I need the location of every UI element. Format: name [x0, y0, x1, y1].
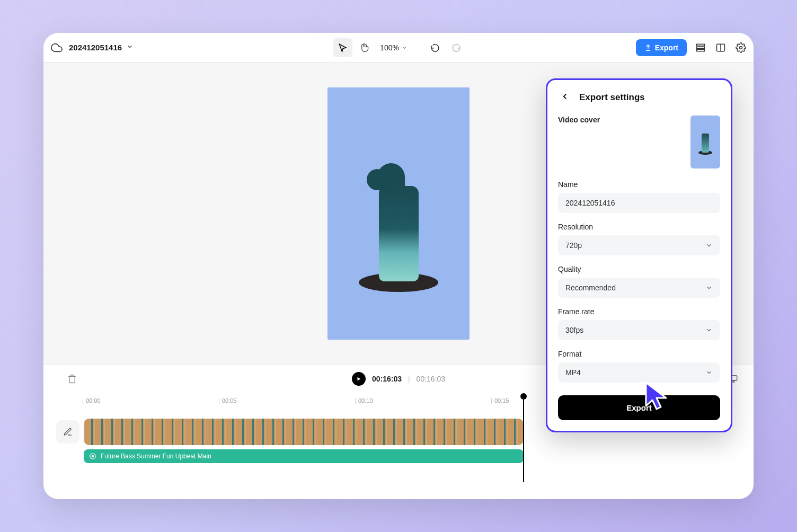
cloud-sync-icon[interactable] — [51, 42, 63, 54]
ruler-mark: 00:05 — [222, 397, 237, 404]
product-body-shape — [379, 186, 419, 281]
top-bar: 202412051416 100% — [43, 33, 754, 63]
quality-select[interactable]: Recommended — [558, 278, 720, 298]
play-button[interactable] — [352, 372, 366, 386]
svg-point-5 — [740, 46, 742, 49]
quality-field-group: Quality Recommended — [558, 265, 720, 298]
history-controls — [428, 40, 464, 55]
playhead[interactable] — [523, 397, 524, 482]
framerate-select[interactable]: 30fps — [558, 320, 720, 340]
center-tool-group: 100% — [333, 38, 464, 57]
svg-rect-0 — [697, 44, 705, 46]
settings-button[interactable] — [734, 41, 747, 54]
svg-rect-2 — [697, 49, 705, 51]
app-window: 202412051416 100% — [43, 33, 754, 499]
format-select[interactable]: MP4 — [558, 362, 720, 383]
ruler-mark: 00:00 — [86, 397, 101, 404]
back-button[interactable] — [558, 90, 572, 105]
chevron-down-icon — [705, 284, 713, 291]
export-button[interactable]: Export — [636, 39, 687, 56]
ruler-mark: 00:15 — [494, 397, 509, 404]
chevron-down-icon — [705, 326, 713, 334]
panel-title: Export settings — [579, 92, 645, 103]
svg-point-12 — [92, 455, 94, 457]
resolution-value: 720p — [565, 241, 582, 250]
panels-button[interactable] — [714, 41, 727, 54]
audio-track-row: Future Bass Summer Fun Upbeat Main — [56, 449, 741, 463]
delete-button[interactable] — [63, 369, 82, 388]
audio-clip-label: Future Bass Summer Fun Upbeat Main — [101, 453, 211, 460]
video-cover-section: Video cover — [558, 116, 720, 169]
resolution-label: Resolution — [558, 223, 720, 231]
framerate-label: Frame rate — [558, 307, 720, 316]
video-cover-thumbnail[interactable] — [690, 116, 720, 169]
ruler-mark: 00:10 — [358, 397, 373, 404]
zoom-value: 100% — [380, 43, 399, 52]
framerate-field-group: Frame rate 30fps — [558, 307, 720, 340]
framerate-value: 30fps — [565, 326, 583, 334]
video-canvas[interactable] — [327, 87, 470, 340]
project-name[interactable]: 202412051416 — [69, 43, 122, 52]
export-settings-panel: Export settings Video cover Name Resolut… — [546, 78, 732, 432]
format-value: MP4 — [565, 368, 581, 377]
chevron-down-icon — [705, 369, 713, 376]
undo-button[interactable] — [428, 40, 442, 55]
quality-label: Quality — [558, 265, 720, 273]
chevron-down-icon — [705, 242, 713, 249]
select-tool-button[interactable] — [333, 38, 352, 57]
svg-marker-7 — [357, 377, 360, 380]
top-right-controls: Export — [636, 39, 747, 56]
project-menu-chevron-icon[interactable] — [126, 43, 134, 52]
video-cover-label: Video cover — [558, 116, 600, 124]
name-field-group: Name — [558, 180, 720, 213]
format-field-group: Format MP4 — [558, 350, 720, 383]
format-label: Format — [558, 350, 720, 358]
export-confirm-button[interactable]: Export — [558, 395, 720, 420]
time-total: 00:16:03 — [417, 375, 446, 383]
name-input[interactable] — [558, 193, 720, 213]
hand-tool-button[interactable] — [355, 38, 374, 57]
video-track-handle[interactable] — [56, 420, 79, 444]
quality-value: Recommended — [565, 283, 616, 292]
audio-clip[interactable]: Future Bass Summer Fun Upbeat Main — [84, 449, 524, 463]
panel-header: Export settings — [558, 90, 720, 105]
layers-button[interactable] — [694, 41, 707, 54]
time-separator: | — [408, 375, 410, 383]
svg-rect-1 — [697, 47, 705, 48]
product-spout-shape — [367, 169, 388, 190]
time-current: 00:16:03 — [372, 375, 402, 383]
resolution-field-group: Resolution 720p — [558, 223, 720, 255]
export-button-label: Export — [655, 43, 678, 52]
zoom-level[interactable]: 100% — [380, 43, 408, 52]
resolution-select[interactable]: 720p — [558, 235, 720, 255]
video-clip[interactable] — [84, 419, 524, 445]
name-label: Name — [558, 180, 720, 189]
redo-button[interactable] — [449, 40, 464, 55]
